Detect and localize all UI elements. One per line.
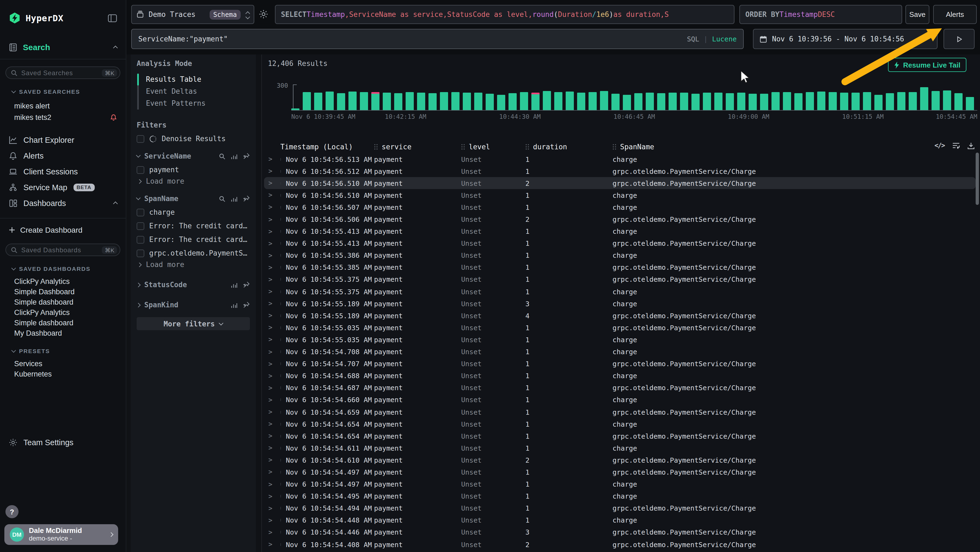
histogram-bar[interactable] [303, 92, 311, 110]
histogram-bar[interactable] [554, 92, 562, 110]
table-row[interactable]: >Nov 6 10:54:54.659 AMpaymentUnset1grpc.… [264, 406, 976, 418]
checkbox[interactable] [137, 209, 144, 216]
mode-event-deltas[interactable]: Event Deltas [137, 86, 250, 97]
histogram-bar[interactable] [531, 93, 539, 110]
row-expand-chevron[interactable]: > [264, 420, 280, 428]
table-row[interactable]: >Nov 6 10:54:56.510 AMpaymentUnset2grpc.… [264, 177, 976, 189]
row-expand-chevron[interactable]: > [264, 456, 280, 464]
table-row[interactable]: >Nov 6 10:54:55.386 AMpaymentUnset1charg… [264, 250, 976, 262]
download-icon[interactable] [967, 142, 975, 149]
table-row[interactable]: >Nov 6 10:54:56.506 AMpaymentUnset2grpc.… [264, 213, 976, 225]
dashboard-item[interactable]: Simple dashboard [0, 297, 126, 307]
dashboard-item[interactable]: My Dashboard [0, 328, 126, 338]
histogram-bar[interactable] [611, 94, 620, 110]
order-by-editor[interactable]: ORDER BY Timestamp DESC [739, 5, 902, 24]
saved-dashboards-input[interactable]: Saved Dashboards ⌘K [5, 244, 120, 256]
histogram-bar[interactable] [371, 92, 379, 110]
schema-badge[interactable]: Schema [209, 10, 241, 19]
filter-group-spankind[interactable]: SpanKind [137, 301, 250, 309]
col-level[interactable]: level [461, 142, 525, 151]
histogram-bar[interactable] [440, 92, 448, 110]
histogram-bar[interactable] [680, 93, 688, 110]
table-row[interactable]: >Nov 6 10:54:54.610 AMpaymentUnset2grpc.… [264, 454, 976, 466]
run-query-button[interactable] [943, 29, 975, 49]
row-expand-chevron[interactable]: > [264, 204, 280, 211]
histogram-bar[interactable] [486, 94, 494, 110]
table-row[interactable]: >Nov 6 10:54:55.413 AMpaymentUnset1charg… [264, 225, 976, 237]
table-row[interactable]: >Nov 6 10:54:56.507 AMpaymentUnset1charg… [264, 201, 976, 213]
histogram-bar[interactable] [692, 94, 700, 110]
lucene-mode-toggle[interactable]: Lucene [712, 35, 737, 43]
histogram-bar[interactable] [737, 93, 745, 110]
histogram-bar[interactable] [326, 91, 334, 110]
histogram-bar[interactable] [817, 91, 826, 110]
table-row[interactable]: >Nov 6 10:54:54.660 AMpaymentUnset1charg… [264, 394, 976, 406]
histogram-bar[interactable] [897, 92, 905, 110]
table-row[interactable]: >Nov 6 10:54:54.446 AMpaymentUnset3grpc.… [264, 526, 976, 538]
load-more-servicename[interactable]: Load more [137, 177, 250, 185]
histogram-bar[interactable] [600, 91, 608, 110]
histogram-bar[interactable] [909, 92, 917, 110]
histogram-bar[interactable] [543, 91, 551, 110]
mode-results-table[interactable]: Results Table [137, 73, 250, 86]
histogram-bar[interactable] [383, 93, 391, 110]
saved-search-item[interactable]: mikes tets2 [0, 112, 126, 123]
checkbox[interactable] [137, 135, 144, 142]
table-row[interactable]: >Nov 6 10:54:55.413 AMpaymentUnset1grpc.… [264, 237, 976, 249]
col-spanname[interactable]: SpanName [612, 142, 976, 151]
table-row[interactable]: >Nov 6 10:54:54.497 AMpaymentUnset1grpc.… [264, 466, 976, 478]
row-expand-chevron[interactable]: > [264, 396, 280, 404]
histogram-bar[interactable] [668, 93, 677, 110]
sql-mode-toggle[interactable]: SQL [687, 35, 699, 43]
histogram-bar[interactable] [348, 91, 356, 110]
saved-searches-input[interactable]: Saved Searches ⌘K [5, 67, 120, 79]
histogram-bar[interactable] [863, 92, 871, 110]
histogram-bar[interactable] [920, 87, 928, 110]
chevron-up-icon[interactable] [113, 202, 118, 206]
col-service[interactable]: service [374, 142, 461, 151]
save-button[interactable]: Save [905, 5, 929, 24]
histogram-bar[interactable] [623, 95, 631, 110]
filter-group-statuscode[interactable]: StatusCode [137, 281, 250, 289]
row-expand-chevron[interactable]: > [264, 155, 280, 163]
row-expand-chevron[interactable]: > [264, 228, 280, 235]
table-row[interactable]: >Nov 6 10:54:54.707 AMpaymentUnset1grpc.… [264, 358, 976, 370]
table-row[interactable]: >Nov 6 10:54:54.654 AMpaymentUnset1charg… [264, 418, 976, 430]
checkbox[interactable] [137, 166, 144, 174]
sidebar-item-dashboards[interactable]: Dashboards [0, 195, 126, 211]
resume-live-tail-button[interactable]: Resume Live Tail [888, 58, 967, 72]
histogram-bar[interactable] [966, 97, 974, 110]
row-expand-chevron[interactable]: > [264, 408, 280, 416]
row-expand-chevron[interactable]: > [264, 528, 280, 536]
data-source-select[interactable]: Demo Traces Schema [131, 5, 254, 24]
row-expand-chevron[interactable]: > [264, 360, 280, 367]
table-row[interactable]: >Nov 6 10:54:56.512 AMpaymentUnset1grpc.… [264, 165, 976, 177]
dashboard-item[interactable]: Simple dashboard [0, 318, 126, 328]
source-settings-gear-icon[interactable] [259, 9, 269, 19]
pin-icon[interactable] [243, 281, 250, 288]
presets-header[interactable]: PRESETS [0, 348, 126, 354]
checkbox[interactable] [137, 222, 144, 230]
histogram-bar[interactable] [520, 92, 528, 110]
table-row[interactable]: >Nov 6 10:54:55.189 AMpaymentUnset4grpc.… [264, 310, 976, 322]
search-query-input[interactable]: ServiceName:"payment" SQL | Lucene [131, 29, 744, 49]
help-button[interactable]: ? [5, 505, 19, 518]
row-expand-chevron[interactable]: > [264, 468, 280, 476]
table-row[interactable]: >Nov 6 10:54:54.611 AMpaymentUnset1charg… [264, 442, 976, 454]
row-expand-chevron[interactable]: > [264, 384, 280, 392]
chevron-up-icon[interactable] [113, 46, 118, 50]
vertical-scrollbar[interactable] [976, 153, 979, 205]
row-expand-chevron[interactable]: > [264, 288, 280, 295]
saved-searches-header[interactable]: SAVED SEARCHES [0, 88, 126, 95]
row-expand-chevron[interactable]: > [264, 517, 280, 524]
bar-chart-icon[interactable] [231, 195, 237, 202]
alerts-button[interactable]: Alerts [933, 5, 977, 24]
filter-value-grpc[interactable]: grpc.oteldemo.PaymentSe… [137, 249, 250, 257]
row-expand-chevron[interactable]: > [264, 432, 280, 440]
checkbox[interactable] [137, 249, 144, 257]
sidebar-item-alerts[interactable]: Alerts [0, 148, 126, 163]
row-expand-chevron[interactable]: > [264, 264, 280, 271]
table-row[interactable]: >Nov 6 10:54:54.688 AMpaymentUnset1charg… [264, 370, 976, 382]
preset-item[interactable]: Services [0, 359, 126, 369]
row-expand-chevron[interactable]: > [264, 312, 280, 320]
